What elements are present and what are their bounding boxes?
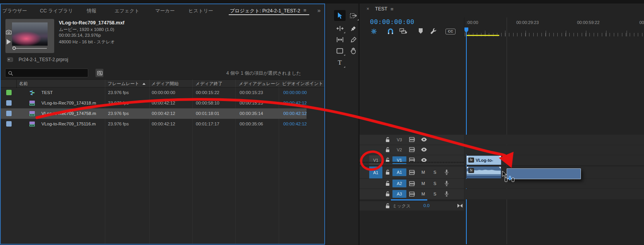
track-name-v3[interactable]: V3: [392, 136, 406, 144]
label-color-chip[interactable]: [6, 111, 12, 116]
tab-history[interactable]: ヒストリー: [188, 8, 213, 14]
table-row-selected[interactable]: VLog-to-Rec709_174758.m 23.976 fps 00:00…: [1, 108, 307, 119]
sync-lock-icon[interactable]: [409, 137, 416, 142]
selection-tool[interactable]: [334, 10, 346, 21]
clip-preview-thumbnail[interactable]: [12, 22, 48, 46]
track-name-a2[interactable]: A2: [392, 180, 406, 187]
lane-a3[interactable]: [464, 189, 644, 199]
tab-cc-library[interactable]: CC ライブラリ: [40, 8, 73, 14]
timeline-tab-label[interactable]: TEST: [375, 6, 387, 12]
voiceover-mic-icon[interactable]: [444, 169, 449, 175]
preview-scrubber-track[interactable]: [14, 48, 47, 49]
lane-v2[interactable]: [464, 145, 644, 155]
type-tool[interactable]: T: [334, 57, 346, 68]
tab-markers[interactable]: マーカー: [155, 8, 175, 14]
sync-lock-icon[interactable]: [409, 147, 416, 152]
column-header-media-duration[interactable]: メディアデュレーシ: [239, 81, 280, 87]
track-visibility-eye-icon[interactable]: [421, 147, 427, 152]
column-header-video-in[interactable]: ビデオインポイント: [282, 81, 323, 87]
add-marker-icon[interactable]: [418, 28, 423, 34]
source-patch-v1[interactable]: V1: [369, 155, 382, 165]
razor-tool[interactable]: [348, 23, 359, 34]
track-header-scrollbar[interactable]: [391, 199, 427, 200]
mute-button[interactable]: M: [421, 170, 425, 175]
lock-icon[interactable]: [385, 147, 390, 152]
tab-browser[interactable]: ブラウザー: [2, 8, 27, 14]
item-name[interactable]: VLog-to-Rec709_174758.m: [41, 111, 96, 116]
sync-lock-icon[interactable]: [409, 191, 416, 197]
label-color-chip[interactable]: [6, 90, 12, 95]
item-name[interactable]: VLog-to-Rec709_174318.m: [41, 101, 96, 105]
linked-selection-icon[interactable]: [399, 28, 407, 35]
search-box[interactable]: [5, 69, 88, 77]
project-file-name[interactable]: Pr24-2-1_TEST-2.prproj: [19, 57, 68, 62]
sort-ascending-icon[interactable]: [142, 83, 146, 85]
timeline-settings-wrench-icon[interactable]: [430, 27, 437, 35]
column-header-framerate[interactable]: フレームレート: [108, 81, 139, 87]
search-bin-button[interactable]: [95, 69, 104, 77]
sync-lock-icon[interactable]: [409, 170, 416, 175]
camera-icon[interactable]: [6, 30, 12, 34]
label-color-chip[interactable]: [6, 121, 12, 127]
lane-a2[interactable]: [464, 179, 644, 188]
dragged-clip-ghost[interactable]: [507, 168, 581, 179]
mix-gain-value[interactable]: 0.0: [423, 203, 430, 208]
hand-tool[interactable]: [348, 45, 359, 56]
column-header-media-start[interactable]: メディア開始: [151, 81, 178, 87]
ripple-edit-tool[interactable]: [334, 23, 346, 34]
mix-label: ミックス: [392, 203, 411, 209]
item-name[interactable]: VLog-to-Rec709_175116.m: [41, 122, 96, 126]
nest-toggle-icon[interactable]: [370, 28, 377, 35]
timeline-menu-icon[interactable]: ≡: [391, 6, 394, 12]
track-name-v2[interactable]: V2: [392, 146, 406, 154]
solo-button[interactable]: S: [433, 170, 436, 175]
keyframe-bowtie-icon[interactable]: [457, 204, 463, 208]
table-row[interactable]: TEST 23.976 fps 00:00:00:00 00:00:15:22 …: [1, 87, 307, 98]
project-root-icon[interactable]: [7, 57, 13, 62]
table-row[interactable]: VLog-to-Rec709_175116.m 23.976 fps 00:00…: [1, 119, 307, 129]
tab-effects[interactable]: エフェクト: [115, 8, 139, 14]
tab-project-active[interactable]: プロジェクト: Pr24-2-1_TEST-2: [230, 8, 300, 14]
lock-icon[interactable]: [385, 137, 390, 142]
audio-clip-a1[interactable]: fx: [466, 166, 501, 178]
column-header-media-end[interactable]: メディア終了: [195, 81, 223, 87]
search-input[interactable]: [15, 70, 85, 76]
lock-icon[interactable]: [385, 203, 390, 209]
track-name-a1[interactable]: A1: [392, 168, 406, 176]
captions-cc-icon[interactable]: CC: [445, 29, 456, 34]
sync-lock-icon[interactable]: [409, 181, 416, 187]
mute-button[interactable]: M: [421, 192, 425, 196]
track-name-v1[interactable]: V1: [392, 156, 406, 164]
snap-magnet-icon[interactable]: [387, 28, 394, 35]
item-framerate: 23.976 fps: [108, 101, 129, 105]
lane-v3[interactable]: [464, 135, 644, 145]
solo-button[interactable]: S: [433, 181, 436, 186]
lock-icon[interactable]: [385, 191, 390, 197]
item-name[interactable]: TEST: [41, 90, 53, 95]
tab-overflow-icon[interactable]: »: [317, 7, 320, 14]
playhead-timecode[interactable]: 00:00:00:00: [370, 18, 414, 26]
preview-scrubber-knob[interactable]: [12, 46, 16, 50]
play-icon[interactable]: [7, 39, 11, 45]
slip-tool[interactable]: [334, 34, 346, 45]
lock-icon[interactable]: [385, 170, 390, 175]
voiceover-mic-icon[interactable]: [444, 191, 449, 197]
rectangle-tool[interactable]: [334, 45, 346, 56]
source-patch-a1[interactable]: A1: [369, 166, 382, 178]
tab-info[interactable]: 情報: [87, 8, 96, 14]
track-visibility-eye-icon[interactable]: [421, 137, 427, 142]
track-name-a3[interactable]: A3: [392, 190, 406, 198]
label-color-chip[interactable]: [6, 100, 12, 106]
mute-button[interactable]: M: [421, 181, 425, 186]
track-select-forward-tool[interactable]: [348, 10, 359, 21]
video-clip-v1[interactable]: fx VLog-to-: [466, 156, 501, 165]
voiceover-mic-icon[interactable]: [444, 180, 449, 187]
pen-tool[interactable]: [348, 34, 359, 45]
table-row[interactable]: VLog-to-Rec709_174318.m 23.976 fps 00:00…: [1, 98, 307, 108]
track-header-v2: V2: [360, 145, 464, 155]
solo-button[interactable]: S: [433, 192, 436, 196]
panel-menu-icon[interactable]: ≡: [303, 7, 307, 13]
lock-icon[interactable]: [385, 181, 390, 186]
column-header-name[interactable]: 名前: [19, 81, 28, 87]
close-tab-icon[interactable]: ×: [367, 6, 369, 12]
